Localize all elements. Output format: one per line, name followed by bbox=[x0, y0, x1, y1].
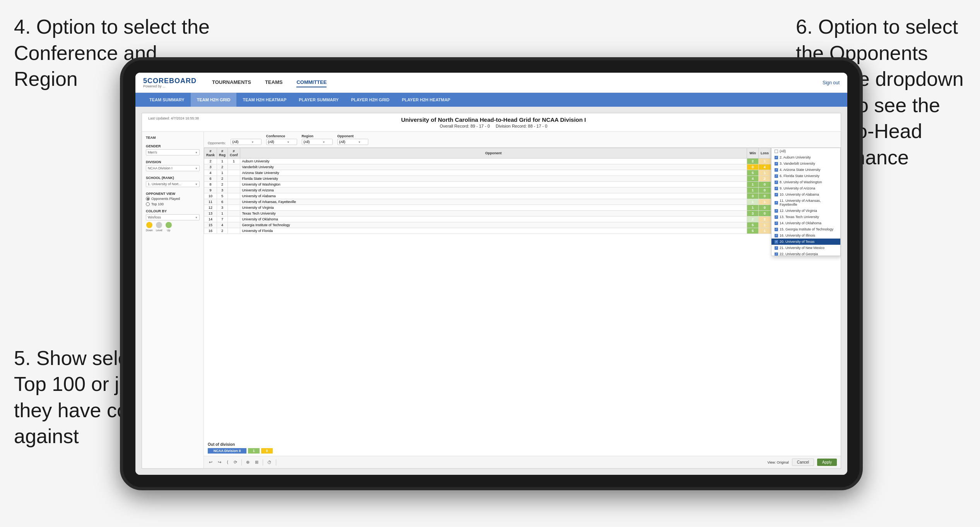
radio-opponents-played[interactable]: Opponents Played bbox=[146, 197, 200, 201]
logo-text: 5COREBOARD bbox=[143, 77, 197, 85]
cell-reg: 5 bbox=[217, 193, 228, 199]
cell-rank: 3 bbox=[204, 164, 217, 170]
cell-conf bbox=[228, 222, 240, 228]
tablet-device: 5COREBOARD Powered by ... TOURNAMENTS TE… bbox=[120, 57, 863, 490]
dropdown-item[interactable]: ✓3. Vanderbilt University bbox=[771, 160, 840, 167]
dropdown-item[interactable]: ✓13. Texas Tech University bbox=[771, 214, 840, 220]
dropdown-checkbox: ✓ bbox=[775, 187, 778, 190]
cell-reg: 6 bbox=[217, 199, 228, 205]
panel-title: University of North Carolina Head-to-Hea… bbox=[199, 116, 788, 123]
colour-up: Up bbox=[166, 222, 172, 232]
th-opponent: Opponent bbox=[240, 148, 747, 159]
cell-conf bbox=[228, 188, 240, 193]
dropdown-item[interactable]: ✓10. University of Alabama bbox=[771, 191, 840, 198]
cell-loss: 2 bbox=[758, 217, 771, 222]
opponent-dropdown[interactable]: (All)✓2. Auburn University✓3. Vanderbilt… bbox=[771, 148, 841, 256]
dropdown-item[interactable]: ✓4. Arizona State University bbox=[771, 167, 840, 173]
conference-filter-select[interactable]: (All) bbox=[266, 139, 297, 145]
cell-rank: 13 bbox=[204, 211, 217, 217]
gender-select[interactable]: Men's bbox=[146, 149, 200, 155]
division-select[interactable]: NCAA Division I bbox=[146, 165, 200, 171]
main-content: Last Updated: 4/7/2024 16:55:38 Universi… bbox=[135, 107, 847, 475]
opponent-filter-select[interactable]: (All) bbox=[337, 139, 368, 145]
table-row: 3 2 Vanderbilt University 0 4 bbox=[204, 164, 771, 170]
cell-reg: 2 bbox=[217, 164, 228, 170]
dropdown-item[interactable]: (All) bbox=[771, 148, 840, 154]
subnav-player-heatmap[interactable]: PLAYER H2H HEATMAP bbox=[396, 93, 457, 107]
dropdown-checkbox: ✓ bbox=[775, 234, 778, 237]
subnav-team-summary[interactable]: TEAM SUMMARY bbox=[143, 93, 191, 107]
school-select[interactable]: 1. University of Nort... bbox=[146, 181, 200, 187]
cell-name: Auburn University bbox=[240, 159, 747, 164]
cancel-button[interactable]: Cancel bbox=[792, 459, 814, 466]
nav-tournaments[interactable]: TOURNAMENTS bbox=[212, 78, 251, 87]
cell-reg: 2 bbox=[217, 182, 228, 188]
subnav-player-summary[interactable]: PLAYER SUMMARY bbox=[292, 93, 345, 107]
dropdown-item[interactable]: ✓6. Florida State University bbox=[771, 173, 840, 179]
sidebar-team-section: Team bbox=[146, 136, 200, 140]
nav-items: TOURNAMENTS TEAMS COMMITTEE bbox=[212, 78, 823, 87]
region-filter-select[interactable]: (All) bbox=[302, 139, 333, 145]
dropdown-item-label: 3. Vanderbilt University bbox=[780, 162, 815, 165]
nav-teams[interactable]: TEAMS bbox=[265, 78, 283, 87]
undo-icon[interactable]: ↩ bbox=[208, 459, 214, 466]
colour-level: Level bbox=[156, 222, 162, 232]
table-row: 12 3 University of Virginia 1 0 bbox=[204, 205, 771, 211]
dropdown-item[interactable]: ✓14. University of Oklahoma bbox=[771, 220, 840, 226]
copy-icon[interactable]: ⊕ bbox=[245, 459, 251, 466]
clock-icon[interactable]: ⏱ bbox=[266, 459, 273, 466]
toolbar-sep-3 bbox=[276, 459, 276, 466]
dropdown-checkbox: ✓ bbox=[775, 162, 778, 165]
radio-top100[interactable]: Top 100 bbox=[146, 202, 200, 206]
dropdown-item[interactable]: ✓12. University of Virginia bbox=[771, 208, 840, 214]
dropdown-item[interactable]: ✓2. Auburn University bbox=[771, 154, 840, 160]
dropdown-item-label: 22. University of Georgia bbox=[780, 252, 818, 256]
dropdown-item[interactable]: ✓21. University of New Mexico bbox=[771, 245, 840, 251]
dropdown-item[interactable]: ✓9. University of Arizona bbox=[771, 185, 840, 191]
dropdown-item[interactable]: ✓11. University of Arkansas, Fayettevill… bbox=[771, 198, 840, 208]
dropdown-checkbox: ✓ bbox=[775, 181, 778, 184]
dropdown-checkbox: ✓ bbox=[775, 222, 778, 225]
cell-name: University of Arkansas, Fayetteville bbox=[240, 199, 747, 205]
cell-conf bbox=[228, 170, 240, 176]
colour-level-label: Level bbox=[156, 229, 162, 232]
data-area: #Rank #Reg #Conf Opponent Win Loss bbox=[204, 148, 841, 456]
dropdown-checkbox bbox=[775, 150, 778, 153]
dropdown-item[interactable]: ✓15. Georgia Institute of Technology bbox=[771, 226, 840, 232]
cell-win: 2 bbox=[747, 217, 758, 222]
refresh-icon[interactable]: ⟳ bbox=[233, 459, 238, 466]
nav-signout[interactable]: Sign out bbox=[823, 80, 840, 85]
dropdown-checkbox: ✓ bbox=[775, 193, 778, 196]
cell-name: Vanderbilt University bbox=[240, 164, 747, 170]
cell-reg: 3 bbox=[217, 205, 228, 211]
nav-committee[interactable]: COMMITTEE bbox=[296, 78, 327, 87]
dropdown-item[interactable]: ✓20. University of Texas bbox=[771, 239, 840, 245]
dropdown-item-label: 11. University of Arkansas, Fayetteville bbox=[780, 199, 837, 206]
cell-name: University of Virginia bbox=[240, 205, 747, 211]
subnav-h2h-grid[interactable]: TEAM H2H GRID bbox=[191, 93, 237, 107]
apply-button[interactable]: Apply bbox=[817, 459, 837, 466]
subnav-h2h-heatmap[interactable]: TEAM H2H HEATMAP bbox=[236, 93, 292, 107]
dropdown-item[interactable]: ✓8. University of Washington bbox=[771, 179, 840, 185]
colour-select[interactable]: Win/loss bbox=[146, 214, 200, 220]
cell-loss: 0 bbox=[758, 182, 771, 188]
opponents-filter-select[interactable]: (All) bbox=[231, 139, 262, 145]
dropdown-item[interactable]: ✓22. University of Georgia bbox=[771, 251, 840, 256]
table-row: 9 3 University of Arizona 1 0 bbox=[204, 188, 771, 193]
conference-filter-label: Conference bbox=[266, 134, 297, 138]
out-of-division-label: Out of division bbox=[208, 442, 235, 447]
subnav-player-h2h[interactable]: PLAYER H2H GRID bbox=[345, 93, 395, 107]
redo-icon[interactable]: ↪ bbox=[217, 459, 222, 466]
colour-up-label: Up bbox=[167, 229, 170, 232]
colour-down-label: Down bbox=[146, 229, 153, 232]
dropdown-item[interactable]: ✓16. University of Illinois bbox=[771, 232, 840, 239]
dropdown-item-label: 8. University of Washington bbox=[780, 180, 822, 184]
cell-conf bbox=[228, 164, 240, 170]
filters-row: Opponents: (All) Conference (All) Region… bbox=[204, 132, 841, 148]
paste-icon[interactable]: ⊞ bbox=[254, 459, 260, 466]
out-of-division: Out of division NCAA Division II 1 0 bbox=[204, 440, 771, 456]
dropdown-checkbox: ✓ bbox=[775, 156, 778, 159]
back-icon[interactable]: ⟨ bbox=[226, 459, 229, 466]
division-name: NCAA Division II bbox=[208, 448, 246, 454]
dropdown-item-label: 9. University of Arizona bbox=[780, 186, 815, 190]
